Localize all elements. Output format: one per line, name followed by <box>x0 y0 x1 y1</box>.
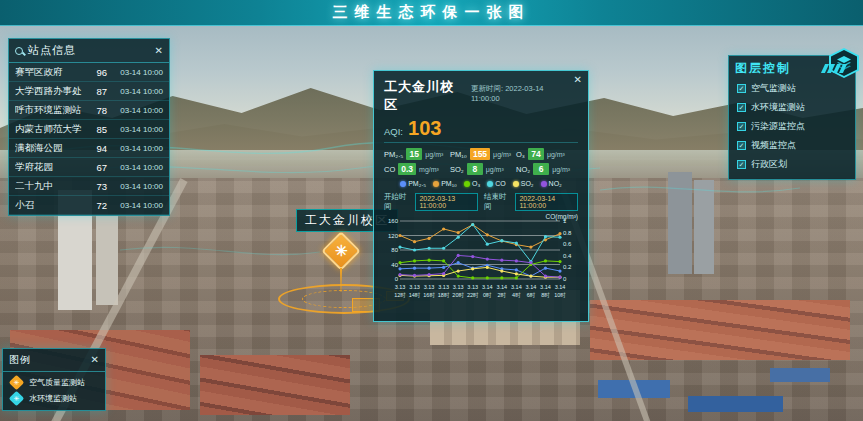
layer-label: 行政区划 <box>751 158 787 171</box>
pollutant-value-badge: 8 <box>467 163 483 175</box>
svg-text:0: 0 <box>563 276 567 282</box>
chart-legend-item[interactable]: CO <box>487 180 506 187</box>
chart-legend-item[interactable]: SO₂ <box>513 180 534 187</box>
svg-text:0时: 0时 <box>483 292 492 298</box>
checkbox-icon[interactable]: ✓ <box>737 84 746 93</box>
svg-text:0.2: 0.2 <box>563 264 572 270</box>
svg-text:3.14: 3.14 <box>540 284 551 290</box>
pollutant-item: NO₂6μg/m³ <box>516 163 578 175</box>
station-time: 03-14 10:00 <box>107 125 163 134</box>
chart-legend: PM₂.₅PM₁₀O₃COSO₂NO₂ <box>384 180 578 187</box>
station-row[interactable]: 小召7203-14 10:00 <box>9 196 169 215</box>
station-name: 呼市环境监测站 <box>15 104 85 117</box>
pollutant-item: PM₂.₅15μg/m³ <box>384 148 446 160</box>
blue-roof <box>688 396 783 412</box>
svg-text:3.14: 3.14 <box>482 284 493 290</box>
pollutant-name: NO₂ <box>516 165 530 174</box>
station-time: 03-14 10:00 <box>107 87 163 96</box>
aqi-row: AQI: 103 <box>384 117 578 143</box>
station-row[interactable]: 大学西路办事处8703-14 10:00 <box>9 82 169 101</box>
layer-item[interactable]: ✓视频监控点 <box>729 136 855 155</box>
station-time: 03-14 10:00 <box>107 163 163 172</box>
station-row[interactable]: 满都海公园9403-14 10:00 <box>9 139 169 158</box>
station-name: 赛罕区政府 <box>15 66 85 79</box>
legend-label: O₃ <box>472 180 480 187</box>
svg-text:22时: 22时 <box>467 292 479 298</box>
end-time-input[interactable]: 2022-03-14 11:00:00 <box>515 193 578 211</box>
legend-label: NO₂ <box>549 180 562 187</box>
pollutant-unit: μg/m³ <box>493 151 511 158</box>
page-title: 三维生态环保一张图 <box>333 3 531 22</box>
svg-text:20时: 20时 <box>452 292 464 298</box>
pollutant-item: PM₁₀155μg/m³ <box>450 148 512 160</box>
start-time-input[interactable]: 2022-03-13 11:00:00 <box>415 193 478 211</box>
layer-item[interactable]: ✓行政区划 <box>729 155 855 174</box>
checkbox-icon[interactable]: ✓ <box>737 141 746 150</box>
chart-legend-item[interactable]: O₃ <box>464 180 480 187</box>
pollutant-value-badge: 74 <box>528 148 544 160</box>
chart-legend-item[interactable]: PM₂.₅ <box>400 180 426 187</box>
svg-text:3.13: 3.13 <box>395 284 406 290</box>
legend-item-label: 空气质量监测站 <box>29 377 85 388</box>
checkbox-icon[interactable]: ✓ <box>737 103 746 112</box>
building-tower <box>668 172 692 274</box>
pollutant-item: O₃74μg/m³ <box>516 148 578 160</box>
station-name: 大学西路办事处 <box>15 85 85 98</box>
station-row[interactable]: 呼市环境监测站7803-14 10:00 <box>9 101 169 120</box>
station-row[interactable]: 赛罕区政府9603-14 10:00 <box>9 63 169 82</box>
close-icon[interactable]: ✕ <box>91 355 99 365</box>
pollutant-unit: μg/m³ <box>552 166 570 173</box>
building-tower <box>694 180 714 274</box>
legend-label: SO₂ <box>521 180 534 187</box>
chart-legend-item[interactable]: PM₁₀ <box>433 180 457 187</box>
svg-text:3.14: 3.14 <box>526 284 537 290</box>
pollutant-value-badge: 0.3 <box>398 163 416 175</box>
pollutant-name: SO₂ <box>450 165 464 174</box>
close-icon[interactable]: ✕ <box>155 46 163 56</box>
svg-text:120: 120 <box>388 233 399 239</box>
residential-blocks <box>590 300 850 360</box>
pollutant-value-badge: 6 <box>533 163 549 175</box>
legend-label: CO <box>495 180 506 187</box>
layer-item[interactable]: ✓水环境监测站 <box>729 98 855 117</box>
station-row[interactable]: 二十九中7303-14 10:00 <box>9 177 169 196</box>
layer-label: 污染源监控点 <box>751 120 805 133</box>
layer-label: 水环境监测站 <box>751 101 805 114</box>
station-name: 内蒙古师范大学 <box>15 123 85 136</box>
pollutant-value-badge: 155 <box>470 148 490 160</box>
layer-list: ✓空气监测站✓水环境监测站✓污染源监控点✓视频监控点✓行政区划 <box>729 79 855 174</box>
blue-roof <box>770 368 830 382</box>
station-row[interactable]: 学府花园6703-14 10:00 <box>9 158 169 177</box>
line-chart-svg[interactable]: 0408012016000.20.40.60.813.1312时3.1314时3… <box>384 215 580 311</box>
pollutant-item: SO₂8μg/m³ <box>450 163 512 175</box>
station-row[interactable]: 内蒙古师范大学8503-14 10:00 <box>9 120 169 139</box>
pollutant-name: CO <box>384 165 395 174</box>
popup-update-time: 更新时间: 2022-03-14 11:00:00 <box>471 84 568 103</box>
svg-text:18时: 18时 <box>438 292 450 298</box>
pollutant-grid: PM₂.₅15μg/m³PM₁₀155μg/m³O₃74μg/m³CO0.3mg… <box>384 148 578 175</box>
legend-list: ✳空气质量监测站✳水环境监测站 <box>3 372 105 404</box>
svg-text:3.13: 3.13 <box>453 284 464 290</box>
close-icon[interactable]: ✕ <box>574 75 582 85</box>
pollutant-trend-chart: CO(mg/m³) 0408012016000.20.40.60.813.131… <box>384 215 578 315</box>
svg-text:16时: 16时 <box>423 292 435 298</box>
pollutant-value-badge: 15 <box>406 148 422 160</box>
checkbox-icon[interactable]: ✓ <box>737 160 746 169</box>
station-time: 03-14 10:00 <box>107 201 163 210</box>
station-panel-header: 站点信息 ✕ <box>9 39 169 63</box>
station-list: 赛罕区政府9603-14 10:00大学西路办事处8703-14 10:00呼市… <box>9 63 169 215</box>
pollutant-unit: μg/m³ <box>425 151 443 158</box>
layer-label: 空气监测站 <box>751 82 796 95</box>
station-aqi: 78 <box>85 105 107 116</box>
checkbox-icon[interactable]: ✓ <box>737 122 746 131</box>
layer-item[interactable]: ✓空气监测站 <box>729 79 855 98</box>
station-list-panel: 站点信息 ✕ 赛罕区政府9603-14 10:00大学西路办事处8703-14 … <box>8 38 170 216</box>
chart-legend-item[interactable]: NO₂ <box>541 180 562 187</box>
pollutant-unit: μg/m³ <box>486 166 504 173</box>
svg-text:12时: 12时 <box>394 292 406 298</box>
pollutant-name: PM₂.₅ <box>384 150 403 159</box>
legend-item-label: 水环境监测站 <box>29 393 77 404</box>
svg-text:4时: 4时 <box>512 292 521 298</box>
layer-item[interactable]: ✓污染源监控点 <box>729 117 855 136</box>
title-bar: 三维生态环保一张图 <box>0 0 863 26</box>
